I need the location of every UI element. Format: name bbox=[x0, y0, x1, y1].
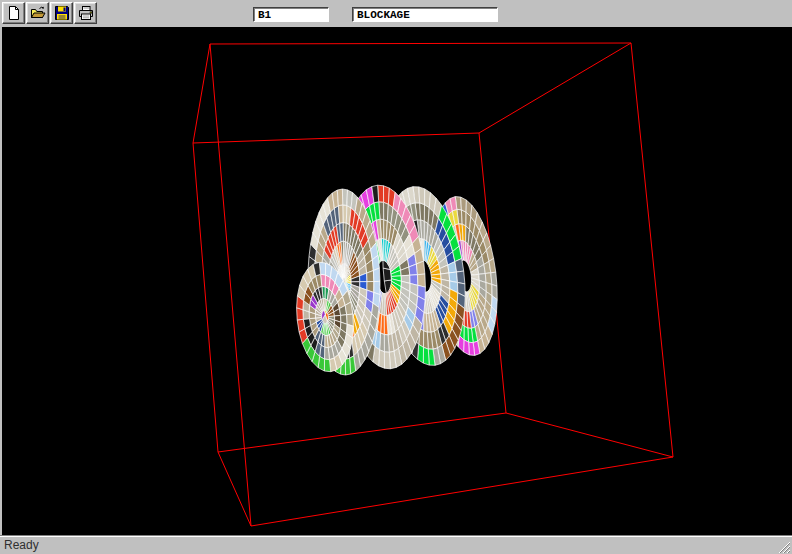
block-type-field[interactable] bbox=[352, 7, 498, 22]
open-folder-icon bbox=[30, 5, 46, 21]
block-name-field[interactable] bbox=[253, 7, 329, 22]
print-button[interactable] bbox=[74, 2, 97, 24]
new-button[interactable] bbox=[2, 2, 25, 24]
print-icon bbox=[78, 5, 94, 21]
status-message: Ready bbox=[4, 538, 39, 552]
blockage-mesh bbox=[297, 185, 498, 375]
new-document-icon bbox=[6, 5, 22, 21]
save-icon bbox=[54, 5, 70, 21]
viewport-3d[interactable] bbox=[0, 27, 792, 536]
scene-canvas[interactable] bbox=[2, 27, 792, 536]
toolbar bbox=[0, 0, 792, 27]
resize-grip-icon[interactable] bbox=[778, 540, 791, 553]
status-bar: Ready bbox=[0, 536, 792, 554]
open-button[interactable] bbox=[26, 2, 49, 24]
save-button[interactable] bbox=[50, 2, 73, 24]
